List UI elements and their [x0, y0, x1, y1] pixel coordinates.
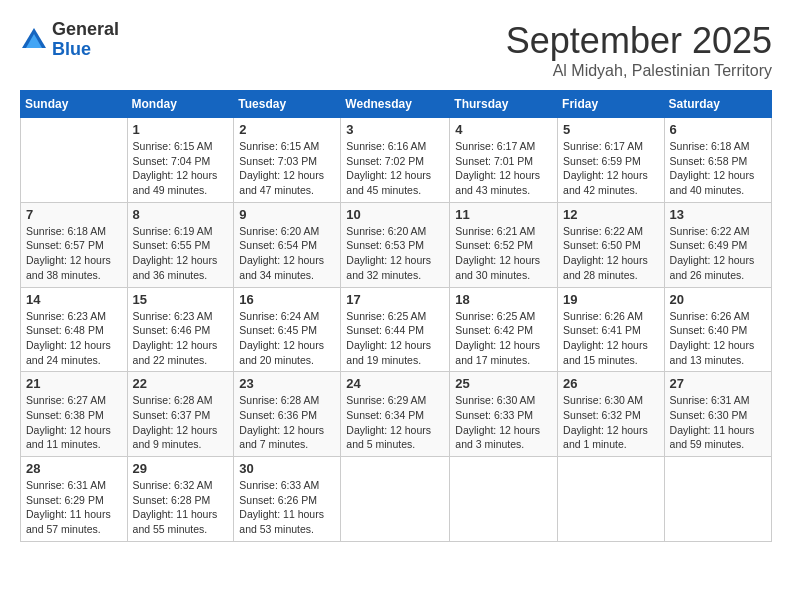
- header-wednesday: Wednesday: [341, 91, 450, 118]
- calendar-cell: 13Sunrise: 6:22 AMSunset: 6:49 PMDayligh…: [664, 202, 771, 287]
- day-number: 9: [239, 207, 335, 222]
- calendar-cell: [21, 118, 128, 203]
- day-number: 27: [670, 376, 766, 391]
- day-number: 25: [455, 376, 552, 391]
- day-number: 7: [26, 207, 122, 222]
- day-number: 26: [563, 376, 659, 391]
- day-number: 6: [670, 122, 766, 137]
- week-row-2: 7Sunrise: 6:18 AMSunset: 6:57 PMDaylight…: [21, 202, 772, 287]
- day-number: 30: [239, 461, 335, 476]
- day-info: Sunrise: 6:20 AMSunset: 6:54 PMDaylight:…: [239, 224, 335, 283]
- day-number: 2: [239, 122, 335, 137]
- day-info: Sunrise: 6:16 AMSunset: 7:02 PMDaylight:…: [346, 139, 444, 198]
- header-thursday: Thursday: [450, 91, 558, 118]
- calendar-cell: 3Sunrise: 6:16 AMSunset: 7:02 PMDaylight…: [341, 118, 450, 203]
- day-number: 24: [346, 376, 444, 391]
- calendar-cell: 26Sunrise: 6:30 AMSunset: 6:32 PMDayligh…: [558, 372, 665, 457]
- day-info: Sunrise: 6:23 AMSunset: 6:46 PMDaylight:…: [133, 309, 229, 368]
- day-number: 3: [346, 122, 444, 137]
- calendar-cell: 27Sunrise: 6:31 AMSunset: 6:30 PMDayligh…: [664, 372, 771, 457]
- day-number: 29: [133, 461, 229, 476]
- calendar-cell: 4Sunrise: 6:17 AMSunset: 7:01 PMDaylight…: [450, 118, 558, 203]
- calendar-table: SundayMondayTuesdayWednesdayThursdayFrid…: [20, 90, 772, 542]
- day-info: Sunrise: 6:18 AMSunset: 6:57 PMDaylight:…: [26, 224, 122, 283]
- calendar-cell: 8Sunrise: 6:19 AMSunset: 6:55 PMDaylight…: [127, 202, 234, 287]
- calendar-cell: 10Sunrise: 6:20 AMSunset: 6:53 PMDayligh…: [341, 202, 450, 287]
- calendar-cell: [558, 457, 665, 542]
- calendar-cell: 20Sunrise: 6:26 AMSunset: 6:40 PMDayligh…: [664, 287, 771, 372]
- calendar-cell: 24Sunrise: 6:29 AMSunset: 6:34 PMDayligh…: [341, 372, 450, 457]
- day-number: 20: [670, 292, 766, 307]
- day-info: Sunrise: 6:30 AMSunset: 6:32 PMDaylight:…: [563, 393, 659, 452]
- page-header: General Blue September 2025 Al Midyah, P…: [20, 20, 772, 80]
- day-info: Sunrise: 6:15 AMSunset: 7:04 PMDaylight:…: [133, 139, 229, 198]
- day-number: 22: [133, 376, 229, 391]
- day-info: Sunrise: 6:22 AMSunset: 6:49 PMDaylight:…: [670, 224, 766, 283]
- calendar-cell: 5Sunrise: 6:17 AMSunset: 6:59 PMDaylight…: [558, 118, 665, 203]
- calendar-cell: 16Sunrise: 6:24 AMSunset: 6:45 PMDayligh…: [234, 287, 341, 372]
- month-title: September 2025: [506, 20, 772, 62]
- calendar-cell: 9Sunrise: 6:20 AMSunset: 6:54 PMDaylight…: [234, 202, 341, 287]
- logo: General Blue: [20, 20, 119, 60]
- day-info: Sunrise: 6:31 AMSunset: 6:29 PMDaylight:…: [26, 478, 122, 537]
- week-row-1: 1Sunrise: 6:15 AMSunset: 7:04 PMDaylight…: [21, 118, 772, 203]
- day-number: 15: [133, 292, 229, 307]
- day-info: Sunrise: 6:21 AMSunset: 6:52 PMDaylight:…: [455, 224, 552, 283]
- calendar-cell: 15Sunrise: 6:23 AMSunset: 6:46 PMDayligh…: [127, 287, 234, 372]
- calendar-cell: 18Sunrise: 6:25 AMSunset: 6:42 PMDayligh…: [450, 287, 558, 372]
- day-number: 4: [455, 122, 552, 137]
- day-info: Sunrise: 6:22 AMSunset: 6:50 PMDaylight:…: [563, 224, 659, 283]
- calendar-cell: [341, 457, 450, 542]
- day-number: 5: [563, 122, 659, 137]
- calendar-cell: 30Sunrise: 6:33 AMSunset: 6:26 PMDayligh…: [234, 457, 341, 542]
- calendar-cell: 6Sunrise: 6:18 AMSunset: 6:58 PMDaylight…: [664, 118, 771, 203]
- calendar-cell: 22Sunrise: 6:28 AMSunset: 6:37 PMDayligh…: [127, 372, 234, 457]
- day-info: Sunrise: 6:29 AMSunset: 6:34 PMDaylight:…: [346, 393, 444, 452]
- calendar-cell: 11Sunrise: 6:21 AMSunset: 6:52 PMDayligh…: [450, 202, 558, 287]
- header-friday: Friday: [558, 91, 665, 118]
- day-number: 23: [239, 376, 335, 391]
- calendar-cell: [450, 457, 558, 542]
- day-info: Sunrise: 6:28 AMSunset: 6:37 PMDaylight:…: [133, 393, 229, 452]
- calendar-header-row: SundayMondayTuesdayWednesdayThursdayFrid…: [21, 91, 772, 118]
- day-info: Sunrise: 6:17 AMSunset: 7:01 PMDaylight:…: [455, 139, 552, 198]
- calendar-cell: 7Sunrise: 6:18 AMSunset: 6:57 PMDaylight…: [21, 202, 128, 287]
- day-number: 16: [239, 292, 335, 307]
- day-info: Sunrise: 6:30 AMSunset: 6:33 PMDaylight:…: [455, 393, 552, 452]
- logo-general-text: General: [52, 20, 119, 40]
- week-row-5: 28Sunrise: 6:31 AMSunset: 6:29 PMDayligh…: [21, 457, 772, 542]
- header-tuesday: Tuesday: [234, 91, 341, 118]
- header-saturday: Saturday: [664, 91, 771, 118]
- calendar-cell: 25Sunrise: 6:30 AMSunset: 6:33 PMDayligh…: [450, 372, 558, 457]
- logo-icon: [20, 26, 48, 54]
- calendar-cell: 21Sunrise: 6:27 AMSunset: 6:38 PMDayligh…: [21, 372, 128, 457]
- calendar-cell: 19Sunrise: 6:26 AMSunset: 6:41 PMDayligh…: [558, 287, 665, 372]
- day-number: 17: [346, 292, 444, 307]
- day-info: Sunrise: 6:15 AMSunset: 7:03 PMDaylight:…: [239, 139, 335, 198]
- calendar-cell: 17Sunrise: 6:25 AMSunset: 6:44 PMDayligh…: [341, 287, 450, 372]
- day-info: Sunrise: 6:19 AMSunset: 6:55 PMDaylight:…: [133, 224, 229, 283]
- day-info: Sunrise: 6:26 AMSunset: 6:40 PMDaylight:…: [670, 309, 766, 368]
- day-info: Sunrise: 6:25 AMSunset: 6:44 PMDaylight:…: [346, 309, 444, 368]
- day-info: Sunrise: 6:32 AMSunset: 6:28 PMDaylight:…: [133, 478, 229, 537]
- day-info: Sunrise: 6:27 AMSunset: 6:38 PMDaylight:…: [26, 393, 122, 452]
- calendar-cell: 28Sunrise: 6:31 AMSunset: 6:29 PMDayligh…: [21, 457, 128, 542]
- title-section: September 2025 Al Midyah, Palestinian Te…: [506, 20, 772, 80]
- calendar-cell: 2Sunrise: 6:15 AMSunset: 7:03 PMDaylight…: [234, 118, 341, 203]
- day-info: Sunrise: 6:18 AMSunset: 6:58 PMDaylight:…: [670, 139, 766, 198]
- day-info: Sunrise: 6:28 AMSunset: 6:36 PMDaylight:…: [239, 393, 335, 452]
- week-row-3: 14Sunrise: 6:23 AMSunset: 6:48 PMDayligh…: [21, 287, 772, 372]
- day-number: 1: [133, 122, 229, 137]
- day-number: 12: [563, 207, 659, 222]
- logo-blue-text: Blue: [52, 40, 119, 60]
- day-number: 11: [455, 207, 552, 222]
- day-number: 28: [26, 461, 122, 476]
- day-info: Sunrise: 6:25 AMSunset: 6:42 PMDaylight:…: [455, 309, 552, 368]
- day-number: 13: [670, 207, 766, 222]
- day-number: 14: [26, 292, 122, 307]
- header-sunday: Sunday: [21, 91, 128, 118]
- day-number: 21: [26, 376, 122, 391]
- day-info: Sunrise: 6:24 AMSunset: 6:45 PMDaylight:…: [239, 309, 335, 368]
- calendar-cell: 29Sunrise: 6:32 AMSunset: 6:28 PMDayligh…: [127, 457, 234, 542]
- day-info: Sunrise: 6:33 AMSunset: 6:26 PMDaylight:…: [239, 478, 335, 537]
